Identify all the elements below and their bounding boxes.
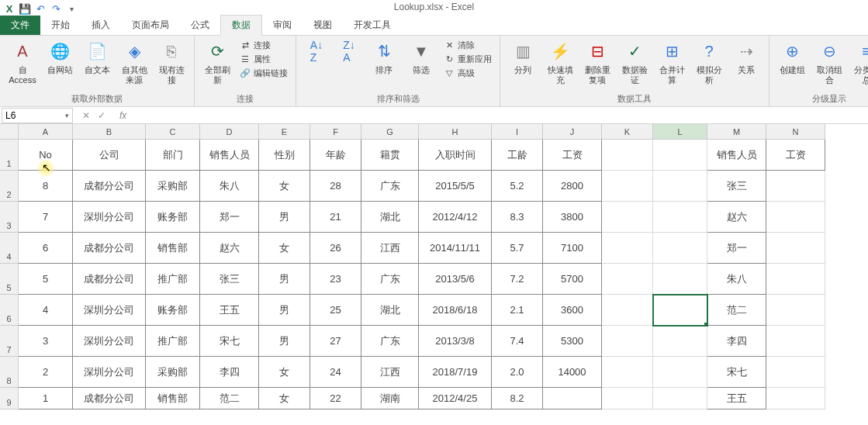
cell-D1[interactable]: 销售人员 xyxy=(200,140,259,171)
cell-N6[interactable] xyxy=(766,295,825,326)
sort-desc-button[interactable]: Z↓A xyxy=(334,37,365,65)
col-header-A[interactable]: A xyxy=(19,124,73,140)
cell-K1[interactable] xyxy=(602,140,653,171)
cell-J7[interactable]: 5300 xyxy=(543,326,602,357)
tab-formula[interactable]: 公式 xyxy=(180,16,220,35)
cell-K5[interactable] xyxy=(602,264,653,295)
cell-F3[interactable]: 21 xyxy=(310,202,361,233)
cell-K8[interactable] xyxy=(602,357,653,388)
cell-G9[interactable]: 湖南 xyxy=(361,388,419,409)
col-header-C[interactable]: C xyxy=(146,124,200,140)
cell-F7[interactable]: 27 xyxy=(310,326,361,357)
advanced-button[interactable]: ▽高级 xyxy=(441,67,495,80)
col-header-G[interactable]: G xyxy=(361,124,419,140)
cell-A3[interactable]: 7 xyxy=(19,202,73,233)
cell-C3[interactable]: 账务部 xyxy=(146,202,200,233)
cell-H6[interactable]: 2018/6/18 xyxy=(419,295,492,326)
cell-A1[interactable]: No xyxy=(19,140,73,171)
col-header-I[interactable]: I xyxy=(492,124,543,140)
cell-N1[interactable]: 工资 xyxy=(766,140,825,171)
cell-M3[interactable]: 赵六 xyxy=(707,202,766,233)
cell-F6[interactable]: 25 xyxy=(310,295,361,326)
cell-I3[interactable]: 8.3 xyxy=(492,202,543,233)
cell-C2[interactable]: 采购部 xyxy=(146,171,200,202)
cell-M7[interactable]: 李四 xyxy=(707,326,766,357)
clear-filter-button[interactable]: ✕清除 xyxy=(441,39,495,52)
cell-A6[interactable]: 4 xyxy=(19,295,73,326)
cell-B1[interactable]: 公司 xyxy=(73,140,146,171)
select-all-corner[interactable] xyxy=(0,124,19,140)
cell-K9[interactable] xyxy=(602,388,653,409)
cell-N8[interactable] xyxy=(766,357,825,388)
cell-M9[interactable]: 王五 xyxy=(707,388,766,409)
cell-I9[interactable]: 8.2 xyxy=(492,388,543,409)
cell-J5[interactable]: 5700 xyxy=(543,264,602,295)
sort-asc-button[interactable]: A↓Z xyxy=(301,37,332,65)
cancel-formula-icon[interactable]: ✕ xyxy=(82,110,90,121)
cell-K7[interactable] xyxy=(602,326,653,357)
col-header-E[interactable]: E xyxy=(259,124,310,140)
col-header-F[interactable]: F xyxy=(310,124,361,140)
cell-G3[interactable]: 湖北 xyxy=(361,202,419,233)
cell-C7[interactable]: 推广部 xyxy=(146,326,200,357)
texttocol-button[interactable]: ▥分列 xyxy=(505,37,541,77)
cell-K4[interactable] xyxy=(602,233,653,264)
cell-H8[interactable]: 2018/7/19 xyxy=(419,357,492,388)
cell-E3[interactable]: 男 xyxy=(259,202,310,233)
cell-I1[interactable]: 工龄 xyxy=(492,140,543,171)
cell-G7[interactable]: 广东 xyxy=(361,326,419,357)
sort-button[interactable]: ⇅排序 xyxy=(366,37,402,77)
cell-F2[interactable]: 28 xyxy=(310,171,361,202)
refresh-all-button[interactable]: ⟳全部刷新 xyxy=(199,37,235,87)
cell-A5[interactable]: 5 xyxy=(19,264,73,295)
cell-B8[interactable]: 深圳分公司 xyxy=(73,357,146,388)
row-header-8[interactable]: 8 xyxy=(0,357,19,388)
cell-I8[interactable]: 2.0 xyxy=(492,357,543,388)
accept-formula-icon[interactable]: ✓ xyxy=(98,110,105,121)
cell-E4[interactable]: 女 xyxy=(259,233,310,264)
row-header-2[interactable]: 2 xyxy=(0,171,19,202)
whatif-button[interactable]: ?模拟分析 xyxy=(691,37,727,87)
cell-C1[interactable]: 部门 xyxy=(146,140,200,171)
fx-icon[interactable]: fx xyxy=(115,110,131,121)
connections-button[interactable]: ⇄连接 xyxy=(237,39,291,52)
cell-H3[interactable]: 2012/4/12 xyxy=(419,202,492,233)
cell-K6[interactable] xyxy=(602,295,653,326)
cell-A4[interactable]: 6 xyxy=(19,233,73,264)
cell-L1[interactable] xyxy=(653,140,707,171)
col-header-B[interactable]: B xyxy=(73,124,146,140)
cell-J6[interactable]: 3600 xyxy=(543,295,602,326)
cell-I5[interactable]: 7.2 xyxy=(492,264,543,295)
cell-A8[interactable]: 2 xyxy=(19,357,73,388)
cell-H2[interactable]: 2015/5/5 xyxy=(419,171,492,202)
removedup-button[interactable]: ⊟删除重复项 xyxy=(579,37,615,87)
tab-home[interactable]: 开始 xyxy=(40,16,81,35)
cell-H4[interactable]: 2014/11/11 xyxy=(419,233,492,264)
tab-file[interactable]: 文件 xyxy=(0,16,40,35)
cell-D7[interactable]: 宋七 xyxy=(200,326,259,357)
cell-L8[interactable] xyxy=(653,357,707,388)
from-web-button[interactable]: 🌐自网站 xyxy=(42,37,78,77)
from-access-button[interactable]: A自 Access xyxy=(5,37,40,87)
cell-C6[interactable]: 账务部 xyxy=(146,295,200,326)
tab-insert[interactable]: 插入 xyxy=(81,16,121,35)
cell-I4[interactable]: 5.7 xyxy=(492,233,543,264)
cell-L4[interactable] xyxy=(653,233,707,264)
cell-L9[interactable] xyxy=(653,388,707,409)
validate-button[interactable]: ✓数据验证 xyxy=(617,37,652,87)
cell-J2[interactable]: 2800 xyxy=(543,171,602,202)
cell-L5[interactable] xyxy=(653,264,707,295)
cell-B9[interactable]: 成都分公司 xyxy=(73,388,146,409)
filter-button[interactable]: ▼筛选 xyxy=(403,37,439,77)
cell-C9[interactable]: 销售部 xyxy=(146,388,200,409)
group-button[interactable]: ⊕创建组 xyxy=(774,37,810,77)
row-header-6[interactable]: 6 xyxy=(0,295,19,326)
save-icon[interactable]: 💾 xyxy=(19,2,31,15)
col-header-K[interactable]: K xyxy=(602,124,653,140)
cell-N4[interactable] xyxy=(766,233,825,264)
cell-I2[interactable]: 5.2 xyxy=(492,171,543,202)
tab-view[interactable]: 视图 xyxy=(303,16,343,35)
cell-M6[interactable]: 范二 xyxy=(707,295,766,326)
cell-G5[interactable]: 广东 xyxy=(361,264,419,295)
cell-N2[interactable] xyxy=(766,171,825,202)
